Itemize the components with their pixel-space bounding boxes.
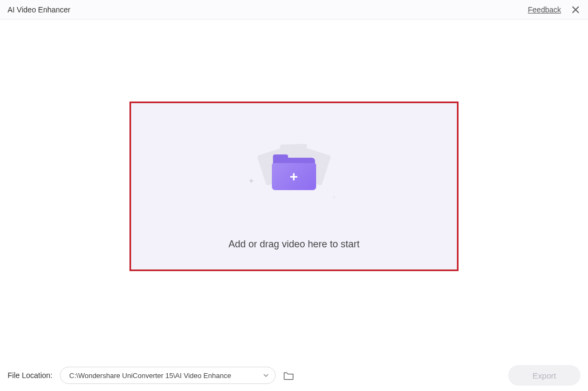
sparkle-icon: ✦ <box>248 177 255 185</box>
main-content: ✦ ○ + Add or drag video here to start <box>0 19 588 360</box>
footer-bar: File Location: C:\Wondershare UniConvert… <box>0 360 588 391</box>
sparkle-icon: ○ <box>332 194 336 200</box>
chevron-down-icon <box>263 373 269 378</box>
video-drop-zone[interactable]: ✦ ○ + Add or drag video here to start <box>129 102 459 271</box>
browse-folder-button[interactable] <box>283 370 294 380</box>
folder-icon <box>283 370 294 380</box>
close-button[interactable] <box>571 5 580 15</box>
window-title: AI Video Enhancer <box>8 5 71 14</box>
file-location-label: File Location: <box>8 371 52 380</box>
export-button[interactable]: Export <box>508 365 580 386</box>
file-path-value: C:\Wondershare UniConverter 15\AI Video … <box>69 372 231 380</box>
header-actions: Feedback <box>528 5 580 15</box>
export-button-label: Export <box>532 371 556 380</box>
file-path-dropdown[interactable]: C:\Wondershare UniConverter 15\AI Video … <box>60 367 276 384</box>
close-icon <box>571 5 580 15</box>
drop-zone-prompt: Add or drag video here to start <box>228 239 359 250</box>
feedback-link[interactable]: Feedback <box>528 5 561 14</box>
window-header: AI Video Enhancer Feedback <box>0 0 588 19</box>
drop-illustration: ✦ ○ + <box>248 141 340 201</box>
